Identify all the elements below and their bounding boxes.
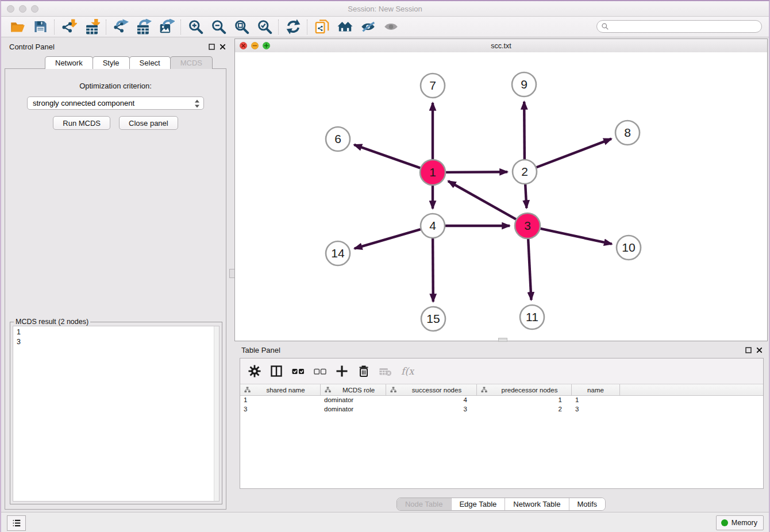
edge-4-15[interactable]: [433, 238, 433, 302]
column-header-MCDS-role[interactable]: MCDS role: [321, 384, 386, 395]
edge-2-3[interactable]: [525, 184, 526, 208]
close-panel-button[interactable]: Close panel: [119, 116, 178, 130]
minimize-network-button[interactable]: [251, 42, 259, 49]
vertical-splitter[interactable]: [230, 38, 234, 512]
column-header-name[interactable]: name: [572, 384, 620, 395]
tab-style[interactable]: Style: [93, 56, 130, 69]
save-session-icon[interactable]: [29, 18, 52, 36]
node-9[interactable]: 9: [512, 72, 536, 97]
search-input[interactable]: [611, 21, 761, 32]
optimization-criterion-select[interactable]: strongly connected component: [27, 97, 204, 110]
table-row[interactable]: 1dominator411: [240, 396, 763, 405]
edge-3-10[interactable]: [540, 229, 611, 244]
search-box[interactable]: [596, 20, 762, 33]
run-mcds-button[interactable]: Run MCDS: [53, 116, 110, 130]
network-canvas[interactable]: 7968124314101511: [235, 52, 767, 341]
node-8[interactable]: 8: [615, 121, 640, 145]
add-column-icon[interactable]: [331, 362, 353, 380]
close-network-button[interactable]: [240, 42, 247, 49]
node-11[interactable]: 11: [520, 305, 544, 329]
home-icon[interactable]: [333, 18, 356, 36]
zoom-out-icon[interactable]: [207, 18, 230, 36]
node-7[interactable]: 7: [421, 74, 445, 98]
table-cell[interactable]: 1: [477, 396, 572, 405]
network-window-title: scc.txt: [235, 42, 767, 50]
column-layout-icon[interactable]: [265, 362, 287, 380]
table-cell[interactable]: 3: [572, 405, 620, 414]
tab-mcds[interactable]: MCDS: [170, 56, 213, 69]
tab-network[interactable]: Network: [45, 56, 93, 69]
node-14[interactable]: 14: [326, 241, 350, 265]
clone-network-icon[interactable]: [310, 18, 333, 36]
tab-select[interactable]: Select: [129, 56, 171, 69]
node-2[interactable]: 2: [513, 160, 537, 184]
import-network-icon[interactable]: [57, 18, 80, 36]
export-network-icon[interactable]: [109, 18, 132, 36]
network-window-titlebar[interactable]: scc.txt: [235, 39, 767, 53]
deselect-all-checkboxes-icon[interactable]: [309, 362, 331, 380]
table-row[interactable]: 3dominator323: [240, 405, 763, 414]
node-4[interactable]: 4: [421, 214, 445, 238]
hide-graphics-details-icon[interactable]: [356, 18, 379, 36]
result-scrollbar[interactable]: [214, 326, 219, 501]
delete-column-icon[interactable]: [353, 362, 375, 380]
node-3[interactable]: 3: [515, 213, 540, 238]
tab-edge-table[interactable]: Edge Table: [451, 498, 505, 510]
edge-3-11[interactable]: [528, 239, 531, 300]
edge-2-9[interactable]: [524, 102, 525, 159]
table-cell[interactable]: 3: [386, 405, 477, 414]
table-body: 1dominator4113dominator323: [240, 396, 763, 414]
edge-1-2[interactable]: [446, 172, 507, 172]
refresh-layout-icon[interactable]: [282, 18, 305, 36]
zoom-network-button[interactable]: [263, 42, 270, 49]
export-table-icon[interactable]: [132, 18, 155, 36]
control-panel-header: Control Panel: [3, 40, 229, 53]
import-table-icon[interactable]: [80, 18, 103, 36]
network-resize-grip[interactable]: [498, 338, 507, 342]
node-10[interactable]: 10: [617, 236, 641, 260]
zoom-in-icon[interactable]: [184, 18, 207, 36]
column-header-successor-nodes[interactable]: successor nodes: [386, 384, 477, 395]
table-toolbar: f(x): [240, 358, 763, 384]
export-image-icon[interactable]: [155, 18, 178, 36]
zoom-selected-icon[interactable]: [253, 18, 276, 36]
edge-4-14[interactable]: [355, 229, 421, 248]
network-graph: 7968124314101511: [235, 52, 767, 341]
application-window: Session: New Session Control Panel: [0, 0, 770, 532]
table-cell[interactable]: 1: [572, 396, 620, 405]
node-1[interactable]: 1: [420, 160, 445, 185]
mcds-result-textarea[interactable]: 1 3: [13, 326, 220, 502]
table-cell[interactable]: 3: [240, 405, 321, 414]
table-cell[interactable]: 4: [386, 396, 477, 405]
node-label: 11: [526, 310, 538, 323]
node-15[interactable]: 15: [421, 307, 445, 331]
table-cell[interactable]: dominator: [321, 396, 386, 405]
close-panel-icon[interactable]: [219, 43, 226, 51]
task-history-button[interactable]: [7, 515, 26, 531]
close-table-panel-icon[interactable]: [756, 346, 763, 354]
edge-1-6[interactable]: [354, 145, 420, 168]
zoom-fit-icon[interactable]: [230, 18, 253, 36]
network-view-window: scc.txt 7968124314101511: [234, 38, 768, 341]
column-header-predecessor-nodes[interactable]: predecessor nodes: [477, 384, 572, 395]
memory-button[interactable]: Memory: [716, 515, 764, 530]
memory-status-icon: [721, 519, 728, 526]
tab-node-table[interactable]: Node Table: [397, 498, 451, 510]
node-6[interactable]: 6: [326, 127, 350, 151]
select-all-checkboxes-icon[interactable]: [287, 362, 309, 380]
edge-3-1[interactable]: [448, 181, 516, 219]
tab-motifs[interactable]: Motifs: [568, 498, 605, 510]
table-cell[interactable]: 2: [477, 405, 572, 414]
control-panel: Control Panel NetworkStyleSelectMCDS Opt…: [3, 40, 229, 512]
float-table-panel-icon[interactable]: [745, 346, 752, 354]
function-builder-icon: f(x): [396, 362, 418, 380]
table-cell[interactable]: 1: [240, 396, 321, 405]
settings-gear-icon[interactable]: [244, 362, 265, 380]
tab-network-table[interactable]: Network Table: [505, 498, 568, 510]
float-panel-icon[interactable]: [208, 43, 215, 51]
open-session-icon[interactable]: [6, 18, 29, 36]
table-panel-header: Table Panel: [234, 344, 768, 356]
column-header-shared-name[interactable]: shared name: [240, 384, 321, 395]
table-cell[interactable]: dominator: [321, 405, 386, 414]
edge-2-8[interactable]: [537, 139, 611, 168]
